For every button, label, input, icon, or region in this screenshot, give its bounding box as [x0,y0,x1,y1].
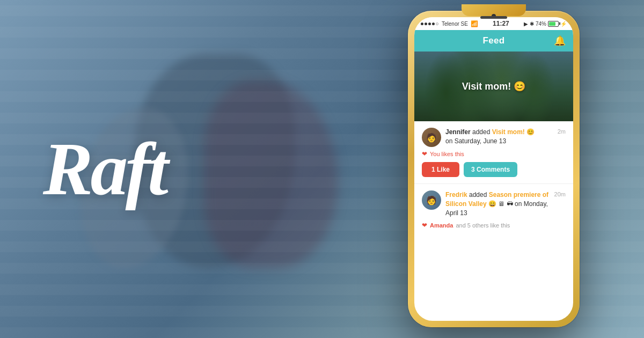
logo-container: Raft [43,131,166,207]
bluetooth-icon: ✱ [530,21,534,27]
heart-icon-2: ❤ [422,222,427,229]
nav-title: Feed [483,35,505,46]
like-button[interactable]: 1 Like [422,162,459,177]
carrier-name: Telenor SE [442,21,468,27]
feed-time-2: 20m [554,191,566,197]
comments-button[interactable]: 3 Comments [464,162,517,177]
nav-bar: Feed 🔔 [414,30,573,52]
action-buttons-1: 1 Like 3 Comments [422,162,566,177]
battery-box [548,21,559,27]
feed-like-row-1: ❤ You likes this [422,150,566,158]
phone-screen: Telenor SE 📶 11:27 ▶ ✱ 74% ⚡ [414,17,573,321]
feed-item-1-header: 🧑 Jennifer added Visit mom! 😊on Saturday… [422,128,566,147]
signal-dot-1 [421,23,423,25]
signal-dot-3 [428,23,431,25]
likes-text-1: You likes this [430,151,464,157]
battery-indicator [548,21,559,27]
feed-item-2-body: Fredrik added Season premiere of Silicon… [445,190,550,217]
status-bar: Telenor SE 📶 11:27 ▶ ✱ 74% ⚡ [414,17,573,30]
others-like-text: and 5 others like this [456,222,510,229]
charging-icon: ⚡ [560,21,567,27]
feed-item-2-text: Fredrik added Season premiere of Silicon… [445,190,550,217]
signal-dots [421,23,438,25]
status-right: ▶ ✱ 74% ⚡ [524,21,567,27]
wifi-icon: 📶 [471,20,478,27]
battery-percentage: 74% [536,21,546,27]
signal-dot-5 [436,23,438,25]
notification-bell-icon[interactable]: 🔔 [554,35,566,47]
feed-item-1: 🧑 Jennifer added Visit mom! 😊on Saturday… [414,121,573,184]
location-icon: ▶ [524,21,528,27]
feed-item-2-header: 🧑 Fredrik added Season premiere of Silic… [422,190,566,217]
feed-item-1-text: Jennifer added Visit mom! 😊on Saturday, … [445,128,553,146]
signal-dot-2 [425,23,427,25]
fredrik-avatar[interactable]: 🧑 [422,190,441,210]
amanda-name: Amanda [430,222,453,229]
battery-fill [549,22,555,26]
heart-icon-1: ❤ [422,150,427,158]
hero-caption: Visit mom! 😊 [462,80,526,92]
feed-like-row-2: ❤ Amanda and 5 others like this [422,222,566,229]
phone-outer-shell: Telenor SE 📶 11:27 ▶ ✱ 74% ⚡ [408,11,580,327]
jennifer-avatar[interactable]: 🧑 [422,128,441,147]
clock: 11:27 [493,20,509,27]
signal-dot-4 [432,23,435,25]
feed-time-1: 2m [558,128,566,135]
fredrik-avatar-img: 🧑 [422,190,441,210]
app-logo: Raft [43,131,166,207]
phone-speaker [480,16,507,19]
hero-image[interactable]: Visit mom! 😊 [414,52,573,121]
status-left: Telenor SE 📶 [421,20,478,27]
phone-mockup: Telenor SE 📶 11:27 ▶ ✱ 74% ⚡ [408,11,580,327]
feed-item-1-body: Jennifer added Visit mom! 😊on Saturday, … [445,128,553,146]
jennifer-avatar-img: 🧑 [422,128,441,147]
feed-item-2: 🧑 Fredrik added Season premiere of Silic… [414,184,573,236]
